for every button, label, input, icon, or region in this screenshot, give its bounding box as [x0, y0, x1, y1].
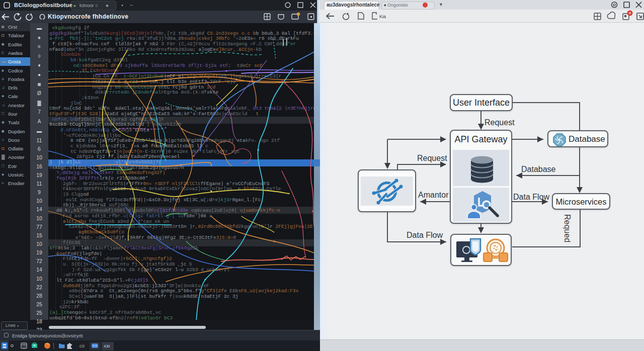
svg-text:--: -- — [130, 2, 133, 8]
svg-text:Kia: Kia — [379, 14, 386, 19]
svg-text:ciz: ciz — [79, 343, 85, 348]
svg-text:lctnoor ○: lctnoor ○ — [79, 3, 98, 8]
svg-text:+: + — [106, 3, 109, 9]
svg-text:●: ● — [73, 4, 76, 8]
svg-text:▼: ▼ — [121, 4, 124, 7]
svg-text:430: 430 — [104, 344, 110, 348]
